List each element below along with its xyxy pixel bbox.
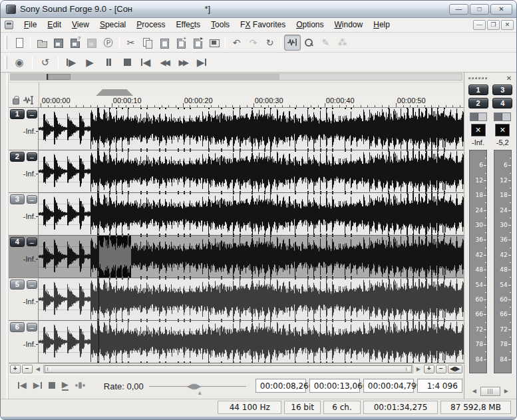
play-all-button[interactable]: ▶ <box>63 55 80 71</box>
level-meter-1[interactable]: 612182430364248546066727884 <box>469 150 487 373</box>
meter-channel-button-1[interactable]: 1 <box>468 85 488 95</box>
stop-button[interactable] <box>118 55 136 71</box>
menu-tools[interactable]: Tools <box>206 19 235 31</box>
channel-minimize-button-3[interactable]: – <box>27 195 37 204</box>
waveform-channel-5[interactable] <box>39 278 464 321</box>
meter-scrollbar-thumb[interactable] <box>480 387 500 396</box>
document-restore-button[interactable]: ❐ <box>487 20 500 30</box>
toolbar-grip[interactable] <box>5 36 7 49</box>
menu-special[interactable]: Special <box>94 19 131 31</box>
undo-button[interactable]: ↶ <box>228 35 245 51</box>
channel-header-2[interactable]: 2–-Inf. <box>9 150 39 193</box>
channel-number-button-1[interactable]: 1 <box>10 109 25 119</box>
title-bar[interactable]: Sony Sound Forge 9.0 - [Сон *] —□✕ <box>1 1 516 18</box>
meter-channel-button-2[interactable]: 2 <box>468 98 488 108</box>
window-maximize-button[interactable]: □ <box>470 4 489 15</box>
go-to-start-mini-button[interactable]: ◀ <box>18 380 27 390</box>
channel-number-button-2[interactable]: 2 <box>10 152 25 162</box>
scrub-control-icon[interactable] <box>75 382 85 389</box>
panel-close-icon[interactable]: ✕ <box>504 75 514 82</box>
waveform-channel-1[interactable] <box>39 108 464 150</box>
horizontal-scrollbar[interactable] <box>43 365 413 373</box>
document-minimize-button[interactable]: — <box>473 20 486 30</box>
record-button[interactable]: ◉ <box>11 55 28 71</box>
cut-button[interactable]: ✂ <box>122 35 139 51</box>
open-button[interactable] <box>33 35 50 51</box>
zoom-out-time-button[interactable]: − <box>22 365 33 373</box>
lock-icon[interactable] <box>13 99 19 105</box>
edit-tool-icon[interactable] <box>23 96 34 105</box>
play-mini-button[interactable]: ▶ <box>62 379 69 391</box>
go-to-start-button[interactable]: ◀ <box>137 55 154 71</box>
channel-header-1[interactable]: 1–-Inf. <box>9 108 39 150</box>
channel-minimize-button-1[interactable]: – <box>27 110 37 118</box>
save-as-button[interactable]: ? <box>67 35 83 51</box>
zoom-fit-button[interactable]: ◀▶ <box>448 365 462 373</box>
scrollbar-thumb[interactable] <box>45 365 412 373</box>
go-to-end-mini-button[interactable]: ▶ <box>33 380 42 390</box>
new-button[interactable] <box>11 35 27 51</box>
channel-number-button-5[interactable]: 5 <box>10 280 25 290</box>
channel-header-5[interactable]: 5–-Inf. <box>9 278 39 321</box>
time-ruler[interactable]: 00:00:0000:00:1000:00:2000:00:3000:00:40… <box>39 96 464 108</box>
toolbar-grip[interactable] <box>5 56 7 69</box>
selection-start-field[interactable]: 00:00:08,266 <box>256 379 306 393</box>
menu-fx-favorites[interactable]: FX Favorites <box>235 19 291 31</box>
zoom-in-button[interactable]: + <box>424 365 434 373</box>
channel-minimize-button-5[interactable]: – <box>27 280 37 289</box>
menu-edit[interactable]: Edit <box>42 19 67 31</box>
menu-view[interactable]: View <box>67 19 94 31</box>
copy-button[interactable] <box>139 35 156 51</box>
overview-bar[interactable] <box>10 73 462 81</box>
channel-number-button-4[interactable]: 4 <box>10 237 25 247</box>
zoom-ratio-field[interactable]: 1:4 096 <box>417 379 462 393</box>
channel-header-4[interactable]: 4–-Inf. <box>9 236 39 278</box>
channel-number-button-3[interactable]: 3 <box>10 194 25 204</box>
overview-view-box[interactable] <box>48 74 71 80</box>
trim-crop-button[interactable] <box>206 35 222 51</box>
waveform-channel-4[interactable] <box>39 236 464 278</box>
selection-region-marker[interactable] <box>96 89 134 96</box>
meter-scroll-left-arrow[interactable]: ◀ <box>470 387 478 395</box>
channel-minimize-button-4[interactable]: – <box>27 238 37 246</box>
publish-button[interactable]: Ⓟ <box>100 35 116 51</box>
paste-special-button[interactable]: + <box>172 35 189 51</box>
go-to-end-button[interactable]: ▶ <box>193 55 210 71</box>
zoom-in-time-button[interactable]: + <box>10 365 21 373</box>
document-close-button[interactable]: ✕ <box>501 20 514 30</box>
scroll-left-arrow[interactable]: ◀ <box>34 365 42 373</box>
window-close-button[interactable]: ✕ <box>490 4 512 15</box>
magnify-tool-button[interactable] <box>301 35 317 51</box>
pause-button[interactable] <box>100 55 117 71</box>
paste-to-new-button[interactable]: ▸ <box>189 35 206 51</box>
level-meter-2[interactable]: 612182430364248546066727884 <box>494 150 512 373</box>
menu-help[interactable]: Help <box>368 19 395 31</box>
menu-process[interactable]: Process <box>131 19 170 31</box>
meter-mute-box[interactable]: ✕ <box>495 124 510 136</box>
waveform-channel-3[interactable] <box>39 193 464 236</box>
meter-channel-button-4[interactable]: 4 <box>492 98 512 108</box>
paste-button[interactable] <box>156 35 172 51</box>
menu-file[interactable]: File <box>19 19 42 31</box>
menu-options[interactable]: Options <box>291 19 329 31</box>
selection-end-field[interactable]: 00:00:13,066 <box>309 379 360 393</box>
scroll-right-arrow[interactable]: ▶ <box>415 365 423 373</box>
edit-tool-button[interactable] <box>284 35 301 51</box>
panel-grip[interactable] <box>468 77 487 79</box>
meter-channel-button-3[interactable]: 3 <box>492 85 512 95</box>
channel-minimize-button-6[interactable]: – <box>27 323 37 331</box>
menu-window[interactable]: Window <box>329 19 369 31</box>
waveform-channel-2[interactable] <box>39 150 464 193</box>
zoom-out-button[interactable]: − <box>436 365 446 373</box>
channel-header-6[interactable]: 6–-Inf. <box>9 321 39 363</box>
menu-effects[interactable]: Effects <box>171 19 206 31</box>
channel-header-3[interactable]: 3–-Inf. <box>9 193 39 236</box>
play-button[interactable]: ▶ <box>81 55 98 71</box>
rewind-button[interactable]: ◀◀ <box>156 55 173 71</box>
channel-number-button-6[interactable]: 6 <box>10 322 25 332</box>
meter-mute-box[interactable]: ✕ <box>471 124 486 136</box>
meter-scroll-right-arrow[interactable]: ▶ <box>502 387 510 395</box>
loop-playback-button[interactable]: ↺ <box>37 55 54 71</box>
stop-mini-button[interactable] <box>49 382 55 389</box>
waveform-channel-6[interactable] <box>39 321 464 363</box>
